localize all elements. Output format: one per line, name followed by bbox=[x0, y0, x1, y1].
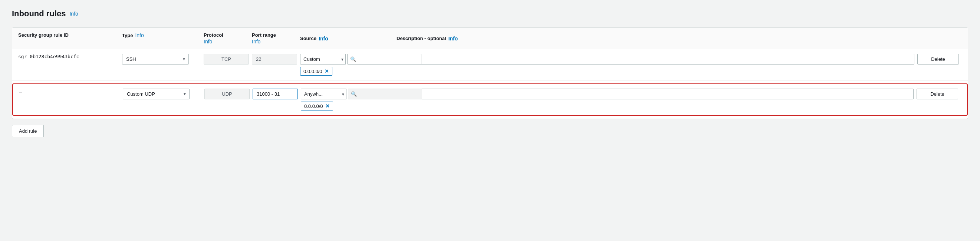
port-range-value[interactable]: 31000 - 31 bbox=[253, 89, 298, 99]
port-range-value: 22 bbox=[252, 54, 297, 65]
description-input[interactable] bbox=[396, 54, 914, 65]
add-rule-button[interactable]: Add rule bbox=[12, 125, 44, 137]
inbound-rules-table: Security group rule ID Type Info Protoco… bbox=[12, 27, 968, 119]
type-info-link[interactable]: Info bbox=[135, 32, 143, 38]
col-protocol: Protocol Info bbox=[204, 32, 252, 44]
rule-id-cell: sgr-0b128cb4e9943bcfc bbox=[18, 52, 122, 61]
type-select[interactable]: Custom UDP SSH Custom TCP All traffic bbox=[123, 89, 189, 99]
source-info-link[interactable]: Info bbox=[319, 36, 328, 41]
source-cell: Anywh... Custom Anywhere-IPv6 My IP ▼ 🔍 … bbox=[301, 87, 397, 112]
protocol-cell: TCP bbox=[204, 52, 252, 66]
highlighted-row-outer: – Custom UDP SSH Custom TCP All traffic … bbox=[12, 83, 968, 116]
col-description: Description - optional Info bbox=[396, 32, 917, 44]
source-tag: 0.0.0.0/0 ✕ bbox=[300, 67, 332, 76]
protocol-value: UDP bbox=[204, 89, 250, 99]
col-type: Type Info bbox=[122, 32, 204, 44]
header-info-link[interactable]: Info bbox=[69, 11, 78, 17]
delete-button[interactable]: Delete bbox=[917, 54, 959, 65]
search-icon: 🔍 bbox=[351, 91, 357, 97]
port-range-info-link[interactable]: Info bbox=[252, 38, 260, 44]
table-header: Security group rule ID Type Info Protoco… bbox=[12, 28, 968, 49]
source-search-input[interactable] bbox=[347, 54, 422, 65]
protocol-value: TCP bbox=[204, 54, 249, 65]
source-search-input-disabled bbox=[348, 89, 422, 99]
search-icon: 🔍 bbox=[350, 56, 356, 62]
source-cell: Custom Anywhere-IPv4 Anywhere-IPv6 My IP… bbox=[300, 52, 396, 77]
source-tag-remove[interactable]: ✕ bbox=[325, 68, 329, 74]
protocol-cell: UDP bbox=[204, 87, 253, 101]
delete-button[interactable]: Delete bbox=[916, 89, 958, 99]
col-source: Source Info bbox=[300, 32, 396, 44]
port-range-cell: 22 bbox=[252, 52, 300, 66]
description-info-link[interactable]: Info bbox=[449, 36, 458, 41]
col-security-group-rule-id: Security group rule ID bbox=[18, 32, 122, 44]
rule-id: sgr-0b128cb4e9943bcfc bbox=[18, 54, 119, 59]
table-row: – Custom UDP SSH Custom TCP All traffic … bbox=[13, 84, 967, 115]
type-cell: Custom UDP SSH Custom TCP All traffic ▼ bbox=[123, 87, 204, 101]
page-header: Inbound rules Info bbox=[12, 9, 968, 19]
page-title: Inbound rules bbox=[12, 9, 66, 19]
description-input[interactable] bbox=[397, 89, 913, 99]
source-tag: 0.0.0.0/0 ✕ bbox=[301, 101, 333, 111]
protocol-info-link[interactable]: Info bbox=[204, 38, 212, 44]
delete-cell: Delete bbox=[917, 52, 962, 66]
rule-id-cell: – bbox=[19, 87, 123, 97]
col-actions bbox=[917, 32, 962, 44]
type-select[interactable]: SSH Custom TCP Custom UDP All traffic bbox=[122, 54, 189, 65]
source-type-select[interactable]: Anywh... Custom Anywhere-IPv6 My IP bbox=[301, 89, 347, 99]
rule-id: – bbox=[19, 89, 120, 95]
port-range-cell: 31000 - 31 bbox=[253, 87, 301, 101]
col-port-range: Port range Info bbox=[252, 32, 300, 44]
description-cell bbox=[396, 52, 917, 66]
description-cell bbox=[397, 87, 916, 101]
type-cell: SSH Custom TCP Custom UDP All traffic ▼ bbox=[122, 52, 204, 66]
source-type-select[interactable]: Custom Anywhere-IPv4 Anywhere-IPv6 My IP bbox=[300, 54, 346, 65]
delete-cell: Delete bbox=[916, 87, 961, 101]
source-tag-remove[interactable]: ✕ bbox=[325, 103, 330, 109]
table-row: sgr-0b128cb4e9943bcfc SSH Custom TCP Cus… bbox=[12, 49, 968, 81]
